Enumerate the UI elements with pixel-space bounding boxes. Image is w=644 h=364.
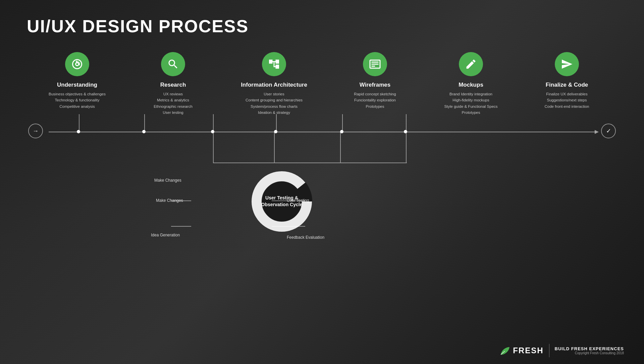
step-item: UX reviews	[154, 91, 193, 97]
below-vert-fin	[406, 132, 407, 163]
below-vert-ia	[213, 132, 214, 163]
dot-1	[77, 130, 80, 133]
step-items-understanding: Business objectives & challenges Technol…	[49, 91, 106, 109]
brand-divider	[549, 344, 549, 357]
cycle-section: Make Changes User Testing & Observation …	[164, 165, 399, 238]
main-content: UI/UX DESIGN PROCESS Understanding Busin…	[0, 0, 644, 364]
step-title-wireframes: Wireframes	[360, 82, 390, 88]
make-changes-label: Make Changes	[154, 178, 181, 183]
timeline-arrow	[595, 130, 599, 134]
step-item: Suggestions/next steps	[545, 97, 589, 103]
step-title-ia: Information Architecture	[241, 82, 307, 88]
cycle-line-right-bottom	[272, 226, 305, 227]
dot-2	[142, 130, 146, 133]
brand-footer: FRESH BUILD FRESH EXPERIENCES Copyright …	[499, 344, 624, 357]
step-item: User testing	[154, 109, 193, 116]
page-title: UI/UX DESIGN PROCESS	[27, 16, 249, 36]
step-item: Technology & functionality	[49, 97, 106, 103]
arrow-icon: →	[33, 128, 39, 135]
step-icon-mockups	[459, 52, 483, 76]
vert-line-2	[144, 114, 145, 132]
step-item: Finalize UX deliverables	[545, 91, 589, 97]
step-item: High-fidelity mockups	[444, 97, 497, 103]
step-title-finalize: Finalize & Code	[546, 82, 588, 88]
step-item: Content grouping and hierarchies	[246, 97, 303, 103]
step-item: Prototypes	[354, 103, 396, 109]
step-research: Research UX reviews Metrics & analytics …	[140, 52, 207, 116]
fresh-leaf-icon	[499, 345, 510, 356]
right-check-circle[interactable]: ✓	[601, 124, 616, 138]
hierarchy-icon	[268, 58, 280, 70]
below-vert-mock	[340, 132, 341, 163]
step-understanding: Understanding Business objectives & chal…	[44, 52, 111, 109]
paper-plane-icon	[561, 58, 573, 70]
label-feedback-evaluation: Feedback Evaluation	[287, 235, 324, 240]
brand-logo: FRESH	[499, 345, 543, 356]
step-item: System/process flow charts	[246, 103, 303, 109]
step-mockups: Mockups Brand Identity integration High-…	[437, 52, 504, 116]
vert-line-3	[213, 114, 214, 132]
cycle-labels-left: Make Changes	[154, 178, 181, 185]
step-ia: Information Architecture User stories Co…	[235, 52, 313, 116]
vert-line-5	[342, 114, 343, 132]
step-item: Prototypes	[444, 109, 497, 116]
step-items-finalize: Finalize UX deliverables Suggestions/nex…	[545, 91, 589, 109]
label-idea-generation: Idea Generation	[151, 233, 180, 237]
step-item: Funciontality exploration	[354, 97, 396, 103]
step-item: Code front-end interaction	[545, 103, 589, 109]
label-make-changes: Make Changes	[156, 198, 183, 203]
cycle-line-left-bottom	[171, 226, 191, 227]
step-item: Brand Identity integration	[444, 91, 497, 97]
step-icon-finalize	[555, 52, 579, 76]
step-title-research: Research	[160, 82, 186, 88]
step-icon-wireframes	[363, 52, 387, 76]
tagline-copyright: Copyright Fresh Consulting 2018	[555, 351, 624, 355]
step-item: Style guide & Functional Specs	[444, 103, 497, 109]
target-icon	[71, 58, 83, 70]
brand-name: FRESH	[513, 346, 543, 355]
process-steps: Understanding Business objectives & chal…	[44, 52, 600, 116]
tagline-main: BUILD FRESH EXPERIENCES	[555, 346, 624, 351]
step-icon-research	[161, 52, 185, 76]
vert-line-1	[79, 114, 79, 132]
step-items-mockups: Brand Identity integration High-fidelity…	[444, 91, 497, 116]
step-item: Ideation & strategy	[246, 109, 303, 116]
step-title-understanding: Understanding	[57, 82, 97, 88]
pen-icon	[465, 58, 477, 70]
step-items-wireframes: Rapid concept sketching Funciontality ex…	[354, 91, 396, 109]
label-user-testing: User Testing	[287, 198, 309, 203]
step-item: Ethnographic research	[154, 103, 193, 109]
below-vert-wire	[274, 132, 275, 163]
step-icon-understanding	[65, 52, 89, 76]
step-wireframes: Wireframes Rapid concept sketching Funci…	[341, 52, 409, 109]
step-item: User stories	[246, 91, 303, 97]
dot-3	[211, 130, 214, 133]
left-arrow-circle[interactable]: →	[28, 124, 43, 138]
monitor-icon	[369, 58, 381, 70]
step-items-ia: User stories Content grouping and hierar…	[246, 91, 303, 116]
step-title-mockups: Mockups	[459, 82, 483, 88]
vert-line-6	[406, 114, 407, 132]
step-item: Rapid concept sketching	[354, 91, 396, 97]
search-icon	[167, 58, 179, 70]
vert-line-4	[276, 114, 277, 132]
step-icon-ia	[262, 52, 286, 76]
step-finalize: Finalize & Code Finalize UX deliverables…	[533, 52, 600, 109]
below-horiz-2	[343, 163, 407, 163]
brand-tagline: BUILD FRESH EXPERIENCES Copyright Fresh …	[555, 346, 624, 355]
dot-6	[404, 130, 407, 133]
timeline-line	[49, 132, 595, 132]
step-items-research: UX reviews Metrics & analytics Ethnograp…	[154, 91, 193, 116]
check-icon: ✓	[606, 127, 611, 135]
step-item: Competitive analysis	[49, 103, 106, 109]
step-item: Metrics & analytics	[154, 97, 193, 103]
below-horiz-1	[213, 163, 343, 163]
step-item: Business objectives & challenges	[49, 91, 106, 97]
